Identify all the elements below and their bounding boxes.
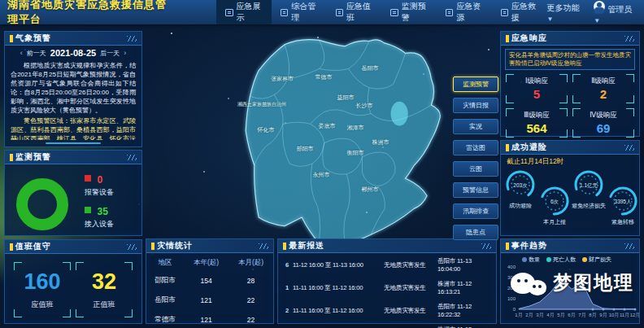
report-row[interactable]: 1 11-11 16:00 至 11-12 16:00 无地质灾害发生 株洲市 …: [278, 276, 496, 299]
next-arrow-icon[interactable]: ›: [124, 49, 126, 57]
level-value: 5: [533, 87, 540, 101]
report-source: 岳阳市 11-13 16:04:00: [437, 257, 493, 273]
layer-button-hazard-points[interactable]: 隐患点: [453, 225, 498, 240]
hunan-province-map[interactable]: 张家界市 常德市 岳阳市 湘西土家族苗族自治州 益阳市 长沙市 怀化市 娄底市 …: [221, 34, 461, 246]
scroll-indicator[interactable]: [46, 142, 100, 144]
map-label-chenzhou[interactable]: 郴州市: [362, 186, 379, 194]
expected-duty-box: 160 应值班: [14, 262, 71, 317]
date-navigation: ‹ 前一天 2021-08-25 后一天 ›: [5, 46, 141, 59]
nav-item-emergency-resources[interactable]: 应急资源: [437, 0, 492, 24]
prev-arrow-icon[interactable]: ‹: [20, 49, 23, 57]
disaster-statistics-table: 地区 本年(起) 本月(起) 邵阳市 154 28 岳阳市 121 22 常德市…: [146, 255, 273, 328]
panel-title: 气象预警: [15, 33, 51, 44]
layer-button-monitoring-warning[interactable]: 监测预警: [453, 77, 498, 92]
display-icon: [225, 9, 233, 16]
map-label-yueyang[interactable]: 岳阳市: [362, 64, 379, 72]
nav-label: 应急救援: [511, 1, 537, 24]
report-number: 6: [281, 261, 293, 269]
layer-button-radar[interactable]: 雷达图: [453, 140, 498, 155]
map-label-hengyang[interactable]: 衡阳市: [347, 149, 364, 157]
map-highlight-spot: [391, 102, 408, 126]
map-label-changde[interactable]: 常德市: [315, 73, 333, 81]
report-status: 无地质灾害发生: [384, 307, 437, 315]
svg-text:9月: 9月: [599, 313, 607, 318]
layer-button-cloud[interactable]: 云图: [453, 161, 498, 177]
map-label-shaoyang[interactable]: 邵阳市: [297, 145, 314, 153]
expected-duty-value: 160: [24, 269, 60, 295]
layer-button-disaster-daily[interactable]: 灾情日报: [453, 98, 498, 113]
more-functions-dropdown[interactable]: 更多功能 ▼: [547, 2, 583, 23]
map-label-changsha[interactable]: 长沙市: [356, 102, 373, 110]
trend-legend: 数量 死亡人数 财产损失: [501, 253, 639, 264]
svg-text:400: 400: [507, 265, 516, 269]
event-trend-panel: 事件趋势 数量 死亡人数 财产损失 40030020010001月2月3月4月5…: [500, 238, 640, 324]
level4-response-box: Ⅳ级响应 69: [572, 108, 634, 138]
user-avatar-icon: [594, 1, 605, 12]
current-duty-label: 正值班: [94, 300, 115, 310]
table-row[interactable]: 常德市 121 22: [146, 310, 273, 328]
legend-item-deaths[interactable]: 死亡人数: [546, 256, 576, 264]
map-label-yiyang[interactable]: 益阳市: [337, 94, 355, 102]
report-source: 岳阳市 11-12 16:22:32: [437, 303, 493, 318]
year-count-cell: 121: [184, 310, 228, 328]
report-row[interactable]: 3 11-11 16:00 至 11-12 16:00 无地质灾害发生 株洲市 …: [278, 321, 496, 328]
map-label-yongzhou[interactable]: 永州市: [313, 171, 330, 179]
main-nav: 应急展示 综合管理 应急值班 监测预警 应急资源 应急救援: [216, 0, 546, 24]
user-menu[interactable]: 管理员 ▼: [594, 1, 634, 24]
nav-item-comprehensive-management[interactable]: 综合管理: [272, 0, 327, 24]
level1-response-box: Ⅰ级响应 5: [506, 74, 568, 103]
report-period: 11-11 16:00 至 11-12 16:00: [293, 284, 384, 292]
nav-label: 应急展示: [237, 1, 263, 24]
user-name: 管理员: [607, 5, 632, 14]
level-value: 564: [526, 121, 546, 135]
svg-text:4月: 4月: [546, 313, 554, 318]
gauge-label: 避免经济损失: [571, 202, 607, 210]
svg-text:300: 300: [507, 275, 516, 280]
province-outline: [246, 40, 440, 246]
map-label-xiangxi[interactable]: 湘西土家族苗族自治州: [237, 101, 286, 108]
map-label-xiangtan[interactable]: 湘潭市: [347, 124, 364, 132]
legend-item-property-loss[interactable]: 财产损失: [582, 256, 611, 264]
nav-item-emergency-duty[interactable]: 应急值班: [327, 0, 382, 24]
map-label-zhangjiajie[interactable]: 张家界市: [271, 75, 294, 83]
table-row[interactable]: 邵阳市 154 28: [146, 271, 273, 291]
legend-swatch: [546, 257, 551, 262]
grid-icon: [281, 9, 288, 16]
layer-button-warning-info[interactable]: 预警信息: [453, 182, 498, 198]
panel-title: 应急响应: [511, 33, 547, 44]
svg-text:5月: 5月: [557, 313, 564, 318]
svg-text:100: 100: [507, 296, 516, 301]
gauge-avoided-economic-loss: 1.1亿元 避免经济损失: [571, 168, 607, 210]
panel-title: 监测预警: [15, 151, 51, 163]
gauge-monthly-reports: 6次 本月上报: [537, 185, 572, 226]
panel-title: 成功避险: [511, 142, 547, 153]
layer-button-live[interactable]: 实况: [453, 119, 498, 134]
nav-item-monitoring-warning[interactable]: 监测预警: [381, 0, 437, 24]
next-day-button[interactable]: 后一天: [100, 49, 120, 58]
connected-devices-legend: 35 接入设备: [85, 206, 114, 230]
more-functions-label: 更多功能: [547, 3, 580, 12]
map-label-huaihua[interactable]: 怀化市: [258, 126, 275, 134]
svg-text:1月: 1月: [515, 313, 522, 318]
svg-text:0: 0: [513, 307, 516, 312]
report-period: 11-11 16:00 至 11-12 16:00: [293, 307, 384, 315]
column-header: 本月(起): [228, 255, 273, 271]
latest-reports-panel: 最新报送 6 11-12 16:00 至 11-13 16:00 无地质灾害发生…: [277, 238, 497, 324]
gauge-value: 6次: [550, 199, 559, 204]
nav-item-emergency-display[interactable]: 应急展示: [216, 0, 272, 24]
map-label-loudi[interactable]: 娄底市: [319, 122, 336, 130]
person-icon: [336, 9, 343, 16]
report-row[interactable]: 2 11-11 16:00 至 11-12 16:00 无地质灾害发生 岳阳市 …: [278, 299, 496, 321]
legend-item-count[interactable]: 数量: [522, 256, 540, 264]
report-row[interactable]: 6 11-12 16:00 至 11-13 16:00 无地质灾害发生 岳阳市 …: [278, 253, 496, 276]
response-ticker[interactable]: 安化县羊角塘镇周沙村的山塘一带发生地质灾害险情已启动Ⅳ级应急响应: [505, 49, 635, 70]
prev-day-button[interactable]: 前一天: [27, 49, 46, 58]
nav-item-emergency-rescue[interactable]: 应急救援: [492, 0, 547, 24]
map-label-zhuzhou[interactable]: 株洲市: [372, 138, 389, 147]
legend-swatch: [582, 257, 587, 262]
level-label: Ⅳ级响应: [590, 111, 616, 120]
svg-text:200: 200: [507, 286, 516, 291]
svg-text:10月: 10月: [609, 313, 620, 318]
table-row[interactable]: 岳阳市 121 22: [146, 291, 273, 310]
layer-button-flood-inspection[interactable]: 汛期排查: [453, 203, 498, 219]
